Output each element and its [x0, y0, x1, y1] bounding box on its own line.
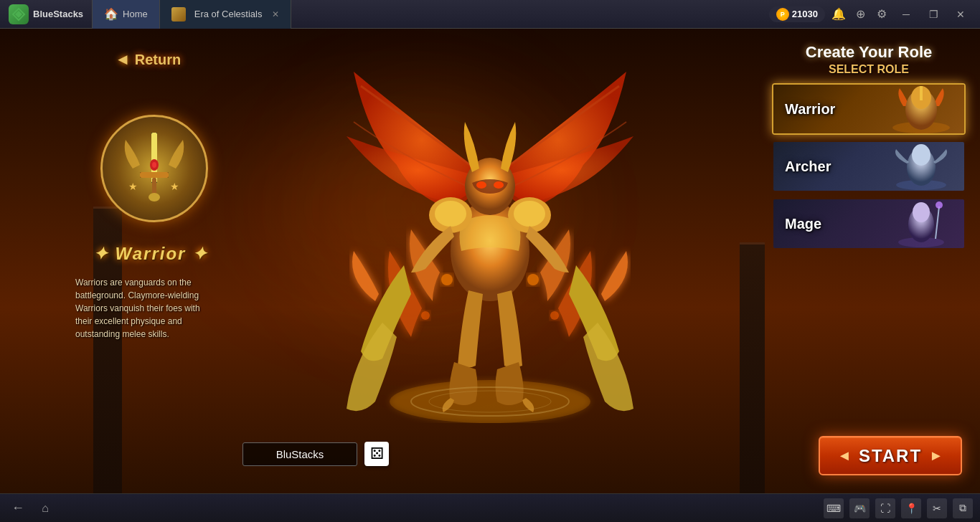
archer-btn-label: Archer	[773, 158, 831, 175]
game-tab[interactable]: Era of Celestials ✕	[160, 0, 292, 29]
svg-point-9	[152, 162, 156, 168]
bluestacks-logo	[9, 4, 29, 24]
random-name-button[interactable]: ⚄	[364, 442, 389, 466]
warrior-emblem: ★ ★	[100, 115, 215, 229]
start-button[interactable]: ◄ START ►	[819, 436, 962, 475]
svg-point-38	[936, 201, 943, 209]
character-name-input[interactable]	[242, 442, 357, 466]
taskbar-home-icon: ⌂	[42, 502, 49, 515]
bluestacks-name: BlueStacks	[33, 9, 83, 19]
titlebar-right: P 21030 🔔 ⊕ ⚙ ─ ❐ ✕	[760, 4, 980, 25]
restore-button[interactable]: ❐	[923, 4, 944, 25]
svg-point-24	[550, 311, 559, 320]
role-warrior-button[interactable]: Warrior	[772, 83, 966, 135]
home-icon: 🏠	[104, 7, 118, 21]
start-label: START	[859, 446, 922, 466]
svg-line-37	[936, 207, 939, 239]
warrior-svg	[339, 50, 641, 423]
taskbar-right-icons: ⌨ 🎮 ⛶ 📍 ✂ ⧉	[824, 498, 973, 518]
close-button[interactable]: ✕	[950, 4, 971, 25]
dice-icon-symbol: ⚄	[370, 445, 384, 463]
taskbar-home-button[interactable]: ⌂	[34, 498, 56, 519]
role-archer-button[interactable]: Archer	[772, 141, 966, 192]
warrior-btn-image	[878, 85, 964, 133]
start-arrow-right-icon: ►	[929, 447, 943, 464]
warrior-desc-text: Warriors are vanguards on the battlegrou…	[75, 277, 200, 339]
warrior-btn-label: Warrior	[773, 101, 835, 118]
svg-point-20	[494, 181, 504, 189]
svg-text:★: ★	[128, 181, 138, 192]
search-icon[interactable]: ⊕	[852, 6, 868, 22]
game-tab-icon	[171, 7, 186, 22]
create-role-title: Create Your Role	[772, 43, 966, 62]
archer-btn-image	[878, 142, 964, 191]
svg-point-23	[421, 311, 430, 320]
screen-icon[interactable]: ⛶	[875, 498, 895, 518]
game-tab-label: Era of Celestials	[194, 9, 263, 19]
back-icon: ←	[11, 500, 24, 516]
copy-icon[interactable]: ⧉	[953, 498, 973, 518]
return-button[interactable]: ◄ Return	[115, 50, 181, 69]
keyboard-icon[interactable]: ⌨	[824, 498, 844, 518]
return-label: Return	[135, 52, 181, 68]
svg-point-33	[912, 144, 930, 166]
bluestacks-logo-area: BlueStacks	[0, 0, 92, 29]
svg-point-17	[514, 201, 545, 227]
svg-point-22	[527, 274, 539, 285]
emblem-circle: ★ ★	[100, 115, 208, 222]
bg-pillar-right	[740, 242, 765, 493]
svg-point-36	[913, 202, 930, 222]
taskbar: ← ⌂ ⌨ 🎮 ⛶ 📍 ✂ ⧉	[0, 493, 980, 522]
tab-close-icon[interactable]: ✕	[272, 9, 279, 19]
home-tab[interactable]: 🏠 Home	[92, 0, 160, 29]
role-mage-button[interactable]: Mage	[772, 198, 966, 250]
svg-point-21	[441, 274, 453, 285]
location-icon[interactable]: 📍	[901, 498, 921, 518]
game-viewport: ◄ Return	[0, 29, 980, 493]
title-bar: BlueStacks 🏠 Home Era of Celestials ✕ P …	[0, 0, 980, 29]
mage-btn-label: Mage	[773, 216, 821, 232]
warrior-character	[339, 50, 641, 423]
svg-point-7	[149, 193, 160, 201]
settings-icon[interactable]: ⚙	[874, 6, 890, 22]
select-role-subtitle: SELECT ROLE	[772, 63, 966, 76]
svg-text:★: ★	[170, 181, 179, 192]
svg-point-15	[435, 201, 466, 227]
start-arrow-left-icon: ◄	[837, 447, 852, 464]
home-tab-label: Home	[123, 9, 148, 19]
coin-area: P 21030	[769, 6, 825, 22]
right-panel: Create Your Role SELECT ROLE Warrior	[772, 43, 966, 255]
coin-value: 21030	[792, 9, 818, 19]
svg-point-19	[476, 181, 486, 189]
warrior-title-text: Warrior	[72, 244, 230, 264]
return-arrow-icon: ◄	[115, 50, 131, 69]
warrior-description: Warriors are vanguards on the battlegrou…	[75, 276, 219, 341]
svg-rect-30	[920, 86, 923, 100]
gamepad-icon[interactable]: 🎮	[849, 498, 870, 518]
back-button[interactable]: ←	[7, 498, 29, 519]
svg-rect-5	[140, 172, 169, 178]
name-input-area: ⚄	[242, 442, 389, 466]
scissors-icon[interactable]: ✂	[927, 498, 947, 518]
warrior-name-area: Warrior	[72, 244, 230, 264]
mage-btn-image	[878, 199, 964, 248]
sword-emblem-svg: ★ ★	[118, 125, 190, 212]
minimize-button[interactable]: ─	[895, 4, 917, 25]
coin-icon: P	[776, 8, 789, 21]
notification-icon[interactable]: 🔔	[831, 6, 847, 22]
